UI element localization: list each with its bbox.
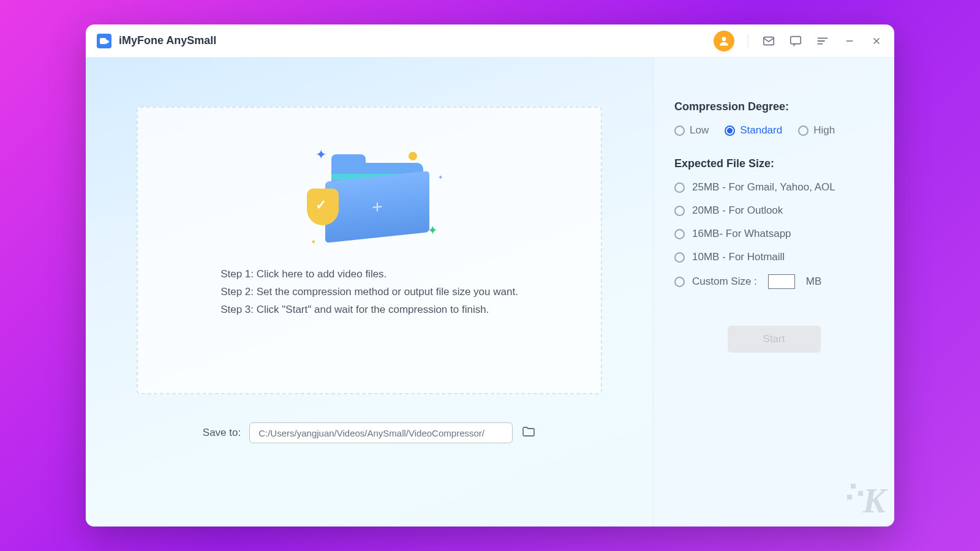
watermark: K <box>863 481 884 520</box>
radio-icon <box>674 229 685 239</box>
separator <box>748 34 748 48</box>
size-option-16mb[interactable]: 16MB- For Whatsapp <box>674 228 873 240</box>
degree-high-label: High <box>813 124 835 137</box>
radio-icon <box>674 126 685 136</box>
size-option-custom[interactable]: Custom Size : MB <box>674 274 873 289</box>
save-path-input[interactable] <box>249 422 513 443</box>
degree-standard-option[interactable]: Standard <box>725 124 782 137</box>
size-label: 20MB - For Outlook <box>692 204 783 217</box>
custom-size-label: Custom Size : <box>692 276 757 288</box>
step-3-text: Step 3: Click "Start" and wait for the c… <box>221 301 518 319</box>
main-panel: ✦ ✦ • ✦ Step 1: Click here to add video … <box>86 58 653 527</box>
minimize-button[interactable] <box>843 34 856 48</box>
size-option-25mb[interactable]: 25MB - For Gmail, Yahoo, AOL <box>674 181 873 193</box>
start-button[interactable]: Start <box>728 326 821 353</box>
app-body: ✦ ✦ • ✦ Step 1: Click here to add video … <box>86 58 894 527</box>
size-label: 16MB- For Whatsapp <box>692 228 791 240</box>
folder-illustration: ✦ ✦ • ✦ <box>296 144 443 249</box>
svg-point-0 <box>722 37 726 41</box>
degree-low-option[interactable]: Low <box>674 124 709 137</box>
save-to-row: Save to: <box>203 422 536 443</box>
degree-high-option[interactable]: High <box>798 124 835 137</box>
close-button[interactable] <box>870 34 883 48</box>
app-window: iMyFone AnySmall <box>86 24 894 527</box>
radio-icon <box>674 277 685 287</box>
expected-size-title: Expected File Size: <box>674 157 873 170</box>
radio-icon <box>725 126 735 136</box>
degree-low-label: Low <box>690 124 709 137</box>
app-logo-icon <box>97 34 111 48</box>
mail-icon[interactable] <box>762 34 775 48</box>
size-label: 25MB - For Gmail, Yahoo, AOL <box>692 181 835 193</box>
save-to-label: Save to: <box>203 427 241 439</box>
size-option-20mb[interactable]: 20MB - For Outlook <box>674 204 873 217</box>
step-2-text: Step 2: Set the compression method or ou… <box>221 283 518 301</box>
size-option-10mb[interactable]: 10MB - For Hotmaill <box>674 251 873 263</box>
radio-icon <box>674 206 685 216</box>
custom-size-input[interactable] <box>768 274 795 289</box>
browse-folder-button[interactable] <box>521 424 536 442</box>
compression-degree-title: Compression Degree: <box>674 100 873 113</box>
feedback-icon[interactable] <box>789 34 802 48</box>
radio-icon <box>674 182 685 193</box>
radio-icon <box>674 252 685 263</box>
radio-icon <box>798 126 809 136</box>
user-avatar-button[interactable] <box>714 31 734 51</box>
svg-rect-2 <box>791 36 801 43</box>
app-title: iMyFone AnySmall <box>119 34 216 47</box>
titlebar: iMyFone AnySmall <box>86 24 894 58</box>
step-1-text: Step 1: Click here to add video files. <box>221 266 518 283</box>
instructions: Step 1: Click here to add video files. S… <box>221 266 518 319</box>
folder-icon <box>521 424 536 439</box>
add-files-dropzone[interactable]: ✦ ✦ • ✦ Step 1: Click here to add video … <box>137 107 602 394</box>
settings-panel: Compression Degree: Low Standard High Ex… <box>653 58 894 527</box>
expected-size-options: 25MB - For Gmail, Yahoo, AOL 20MB - For … <box>674 181 873 289</box>
compression-degree-options: Low Standard High <box>674 124 873 137</box>
custom-size-unit: MB <box>806 276 822 288</box>
size-label: 10MB - For Hotmaill <box>692 251 785 263</box>
degree-standard-label: Standard <box>740 124 782 137</box>
menu-icon[interactable] <box>816 34 829 48</box>
user-icon <box>718 35 730 47</box>
